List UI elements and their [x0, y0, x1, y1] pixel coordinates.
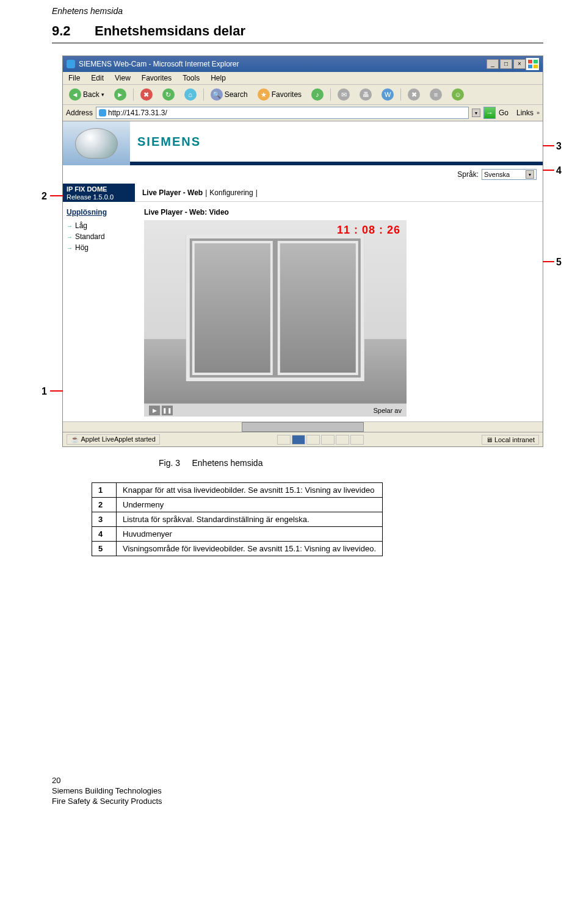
menu-view[interactable]: View	[109, 72, 136, 84]
windows-flag-icon	[526, 58, 539, 70]
tab-sep2: |	[256, 188, 258, 197]
language-row: Språk: Svenska ▾	[63, 165, 543, 184]
brand-logo: SIEMENS	[137, 135, 201, 149]
word-button[interactable]: W	[378, 87, 397, 102]
h-scrollbar[interactable]	[63, 421, 543, 432]
figure-text: Enhetens hemsida	[192, 458, 262, 468]
player-status: Spelar av	[374, 407, 402, 414]
back-label: Back	[83, 90, 99, 99]
separator	[203, 88, 204, 101]
video-image	[144, 220, 407, 403]
status-left-text: Applet LiveApplet started	[81, 435, 155, 443]
chevron-down-icon: ▾	[526, 170, 534, 179]
status-left: ☕ Applet LiveApplet started	[67, 434, 160, 445]
tab-live[interactable]: Live Player - Web	[142, 188, 203, 197]
go-button[interactable]: →	[483, 107, 496, 119]
product-name: IP FIX DOME	[67, 185, 131, 193]
applet-icon: ☕	[71, 435, 81, 443]
play-button[interactable]: ▶	[149, 406, 160, 415]
annotation-1: 1	[42, 386, 47, 397]
video-timestamp: 11 : 08 : 26	[337, 224, 400, 237]
annotation-5: 5	[556, 257, 562, 268]
forward-icon: ►	[114, 88, 126, 101]
dome-camera-icon	[75, 128, 118, 159]
brand-band: SIEMENS	[130, 121, 543, 165]
window-title: SIEMENS Web-Cam - Microsoft Internet Exp…	[79, 60, 239, 68]
mail-button[interactable]: ✉	[335, 87, 353, 102]
address-dropdown-icon[interactable]: ▾	[472, 109, 480, 117]
annotation-4: 4	[556, 165, 562, 176]
footer-line-1: Siemens Building Technologies	[52, 786, 586, 795]
word-icon: W	[382, 88, 394, 101]
minimize-button[interactable]: _	[487, 59, 499, 69]
menubar: File Edit View Favorites Tools Help	[63, 72, 543, 85]
favorites-button[interactable]: ★Favorites	[255, 87, 305, 102]
extra1-button[interactable]: ✖	[405, 87, 423, 102]
mail-icon: ✉	[338, 88, 350, 101]
menu-edit[interactable]: Edit	[85, 72, 109, 84]
status-right: 🖥 Local intranet	[482, 435, 539, 445]
address-input[interactable]: http://141.73.31.3/	[96, 107, 469, 119]
sidebar-item-high[interactable]: →Hög	[67, 242, 131, 253]
player-bar: ▶ ❚❚ Spelar av	[144, 403, 407, 417]
language-select[interactable]: Svenska ▾	[482, 169, 537, 180]
tab-sep: |	[205, 188, 207, 197]
page-icon	[99, 109, 106, 116]
sidebar-item-label: Standard	[75, 232, 105, 241]
refresh-button[interactable]: ↻	[159, 87, 178, 102]
chevron-down-icon: ▾	[101, 91, 104, 98]
product-box: IP FIX DOME Release 1.5.0.0	[63, 184, 135, 202]
browser-window: SIEMENS Web-Cam - Microsoft Internet Exp…	[62, 56, 543, 447]
video-frame: 11 : 08 : 26	[144, 220, 407, 403]
section-number: 9.2	[52, 23, 95, 39]
media-button[interactable]: ♪	[308, 87, 327, 102]
arrow-icon: →	[67, 223, 73, 229]
section-rule	[52, 43, 543, 43]
sidebar: Upplösning →Låg →Standard →Hög	[63, 202, 135, 421]
favorites-label: Favorites	[272, 90, 302, 99]
back-button[interactable]: ◄ Back ▾	[66, 87, 107, 102]
table-row: 1Knappar för att visa livevideobilder. S…	[92, 483, 383, 498]
menu-tools[interactable]: Tools	[177, 72, 205, 84]
separator	[330, 88, 331, 101]
chevron-right-icon: »	[537, 110, 540, 116]
print-button[interactable]: 🖶	[356, 87, 375, 102]
media-icon: ♪	[311, 88, 324, 101]
zone-icon: 🖥	[486, 436, 494, 443]
sidebar-item-std[interactable]: →Standard	[67, 231, 131, 242]
refresh-icon: ↻	[162, 88, 175, 101]
messenger-icon: ☺	[452, 88, 464, 101]
legend-num: 1	[92, 483, 117, 498]
forward-button[interactable]: ►	[111, 87, 129, 102]
arrow-icon: →	[67, 245, 73, 251]
address-bar: Address http://141.73.31.3/ ▾ → Go Links…	[63, 105, 543, 121]
extra2-button[interactable]: ≡	[427, 87, 445, 102]
sidebar-item-label: Låg	[75, 221, 87, 230]
toolbar: ◄ Back ▾ ► ✖ ↻ ⌂ 🔍Search ★Favorites ♪ ✉ …	[63, 85, 543, 105]
sidebar-item-low[interactable]: →Låg	[67, 220, 131, 231]
maximize-button[interactable]: □	[500, 59, 512, 69]
home-icon: ⌂	[184, 88, 197, 101]
tab-config[interactable]: Konfigurering	[209, 188, 253, 197]
stop-button[interactable]: ✖	[137, 87, 156, 102]
messenger-button[interactable]: ☺	[449, 87, 467, 102]
menu-favorites[interactable]: Favorites	[136, 72, 177, 84]
menu-file[interactable]: File	[63, 72, 85, 84]
search-icon: 🔍	[211, 88, 223, 101]
menu-help[interactable]: Help	[205, 72, 231, 84]
legend-text: Huvudmenyer	[117, 527, 383, 542]
legend-table: 1Knappar för att visa livevideobilder. S…	[92, 482, 383, 556]
figure-label: Fig. 3	[159, 458, 180, 468]
pause-button[interactable]: ❚❚	[162, 406, 173, 415]
page-content: SIEMENS Språk: Svenska ▾ IP FIX DOME Rel…	[63, 121, 543, 432]
content-area: Live Player - Web: Video 11 : 08 : 26 ▶	[135, 202, 543, 421]
search-button[interactable]: 🔍Search	[208, 87, 251, 102]
top-band: SIEMENS	[63, 121, 543, 165]
links-label[interactable]: Links	[516, 109, 534, 117]
separator	[133, 88, 134, 101]
close-button[interactable]: ×	[513, 59, 526, 69]
legend-num: 4	[92, 527, 117, 542]
home-button[interactable]: ⌂	[181, 87, 200, 102]
legend-text: Knappar för att visa livevideobilder. Se…	[117, 483, 383, 498]
titlebar: SIEMENS Web-Cam - Microsoft Internet Exp…	[63, 56, 543, 72]
